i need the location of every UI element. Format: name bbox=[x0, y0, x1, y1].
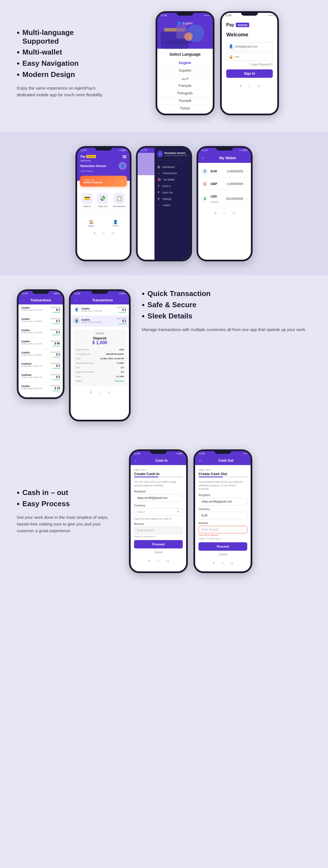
nav-home-item[interactable]: 🏠 Home bbox=[88, 220, 94, 227]
sign-in-button[interactable]: Sign In bbox=[226, 69, 273, 78]
tx-back-arrow[interactable]: ← bbox=[74, 298, 77, 302]
feature-item-cashinout: Cash in – out bbox=[17, 488, 118, 497]
dash-view-profile[interactable]: View Profile > bbox=[80, 170, 127, 173]
cashout-cancel-link[interactable]: Cancel bbox=[198, 553, 247, 556]
sidebar-item-settings[interactable]: ⚙ Settings bbox=[157, 195, 188, 202]
cashin-cancel-link[interactable]: Cancel bbox=[134, 551, 183, 554]
recipient-co-input[interactable]: shipu.techfit@gmail.com bbox=[198, 498, 247, 505]
sidebar-user-row: 👤 Remedios Horton contact.techfit@gmail.… bbox=[157, 151, 188, 160]
nav-menu-icon-4: ≡ bbox=[31, 396, 32, 397]
phone-notch-co bbox=[215, 451, 231, 454]
tx-item-4[interactable]: Cashin 20 Mar 2024, 10:06 AM Fee $ 0.00 … bbox=[19, 349, 63, 361]
tx-item-0[interactable]: Cashin 20 Mar 2024, 01:01 PM Fee $ 0.00 … bbox=[19, 305, 63, 316]
wallet-back-arrow[interactable]: ← bbox=[201, 156, 205, 160]
password-field[interactable]: 🔒 •••• bbox=[226, 53, 273, 61]
status-icons-lang: ▪ ▪ ▪ ▪ bbox=[204, 14, 210, 17]
status-icons-tx2: ▪ 50% bbox=[119, 292, 126, 295]
nav-profile-item[interactable]: 👤 Profile bbox=[112, 220, 118, 227]
cashin-sidebar-icon: ⬇ bbox=[157, 184, 160, 188]
cashin-fee-note: Fee(0+0) Total Fee: 0 bbox=[134, 535, 183, 538]
tx-item-1[interactable]: Cashin 20 Mar 2024, 12:30 PM Fee $ 0.00 … bbox=[19, 316, 63, 327]
hamburger-menu[interactable] bbox=[122, 155, 127, 158]
sidebar-settings-label: Settings bbox=[162, 197, 171, 200]
tx-item-6[interactable]: Cashout 20 Mar 2024, 09:52 PM Fee $ 0.00… bbox=[19, 372, 63, 383]
sidebar-item-transactions[interactable]: ↔ Transactions bbox=[157, 170, 188, 176]
sidebar-item-cashout[interactable]: ⬆ Cash Out bbox=[157, 189, 188, 195]
nav-circle-icon-3: ○ bbox=[102, 231, 104, 235]
email-field[interactable]: 👤 irish@gmail.com bbox=[226, 42, 273, 50]
nav-circle-icon-9: ○ bbox=[221, 561, 223, 565]
dash-menu: 💳 Cash In 💸 Cash Out 📋 Transactions bbox=[77, 189, 130, 211]
currency-ci-label: Currency bbox=[134, 504, 183, 507]
sidebar-item-logout[interactable]: → Logout bbox=[157, 202, 188, 208]
cashout-error-msg: This field is required. bbox=[198, 534, 247, 536]
balance-card-text: Check Your Wallets Balance bbox=[83, 179, 102, 184]
balance-card[interactable]: Check Your Wallets Balance → bbox=[80, 176, 127, 187]
feature-list-1: Multi-language Supported Multi-wallet Ea… bbox=[17, 28, 112, 79]
feature-text-cashinout: Cash in – out Easy Process Get your work… bbox=[17, 488, 118, 534]
pay-label: Pay bbox=[226, 22, 234, 27]
nav-menu-icon-5: ≡ bbox=[90, 390, 92, 394]
cashout-proceed-button[interactable]: Proceed bbox=[198, 542, 247, 551]
tx-item-detail-1[interactable]: 👤 Cashin 20 Mar 2024, 01:30 PM Fee $ 0.0… bbox=[71, 316, 129, 327]
tx-name-0: Cashin bbox=[21, 306, 51, 309]
tx-item-7[interactable]: Cashin 19 Mar 2024, 03:09 PM Fee $ 5.21 … bbox=[19, 383, 63, 394]
feature-text-language: Multi-language Supported Multi-wallet Ea… bbox=[17, 28, 112, 98]
password-value: •••• bbox=[235, 55, 239, 59]
profile-nav-label: Profile bbox=[112, 225, 118, 227]
currency-usd[interactable]: $ USD (default) 9622900000 › bbox=[198, 190, 251, 207]
tx-detail-label: Details bbox=[76, 332, 124, 335]
status-icons-wallet: ▪ ▪ 50% bbox=[239, 149, 248, 152]
feature-item-easyprocess: Easy Process bbox=[17, 499, 118, 508]
currency-co-value[interactable]: EUR bbox=[198, 512, 247, 519]
currency-eur[interactable]: € EUR 0.00000000 › bbox=[198, 165, 251, 178]
recipient-input[interactable]: shipu.techfit@gmail.com bbox=[134, 494, 183, 502]
lang-item-arabic[interactable]: عربي bbox=[157, 74, 213, 82]
tx-item-2[interactable]: Cashin 20 Mar 2024, 12:20 PM Fee $ 0.00 … bbox=[19, 327, 63, 338]
feature-desc-1: Enjoy the same experience on AgentPay's … bbox=[17, 85, 112, 98]
forgot-password-link[interactable]: Forgot Password? bbox=[226, 63, 273, 66]
currency-ci-select[interactable]: Select ▼ bbox=[134, 508, 183, 516]
globe-icon: 🌐 bbox=[177, 21, 182, 25]
phones-row-cashinout: 12:00 ▪ 49% ← Cash In Step 1 of 2 Create… bbox=[129, 450, 252, 573]
dash-menu-transactions[interactable]: 📋 Transactions bbox=[113, 193, 126, 208]
cashin-step: Step 1 of 2 bbox=[134, 468, 183, 471]
cashout-form-title: Create Cash Out bbox=[198, 472, 247, 476]
dash-menu-cashout[interactable]: 💸 Cash Out bbox=[97, 193, 108, 208]
deposited-to-value: USD bbox=[119, 348, 124, 351]
tx-avatar-1: 👤 bbox=[74, 318, 80, 324]
amount-ci-input[interactable]: Enter Amount bbox=[134, 527, 183, 534]
lang-item-espanol[interactable]: Español bbox=[157, 67, 213, 74]
sidebar-item-cashin[interactable]: ⬇ Cash In bbox=[157, 183, 188, 189]
cashin-proceed-button[interactable]: Proceed bbox=[134, 540, 183, 549]
lang-item-portugues[interactable]: Português bbox=[157, 90, 213, 97]
sidebar-item-wallet[interactable]: 👛 My Wallet bbox=[157, 176, 188, 183]
nav-menu-icon-3: ≡ bbox=[215, 211, 216, 215]
nav-back-icon-7: ◁ bbox=[107, 390, 110, 394]
cashout-progress-fill bbox=[198, 476, 223, 477]
phone-notch-login bbox=[241, 13, 258, 16]
lang-item-francais[interactable]: Français bbox=[157, 82, 213, 90]
dash-menu-cashin[interactable]: 💳 Cash In bbox=[82, 193, 93, 208]
phones-row-transactions: 11:57 ▪ 50% Transactions Cashin 20 Mar 2… bbox=[17, 289, 131, 422]
phone-bottom-wallet: ≡ ○ ◁ bbox=[198, 210, 251, 217]
lang-item-chinese[interactable]: 中文(简体) bbox=[157, 112, 213, 114]
tx-item-3[interactable]: Cashin 20 Mar 2024, 10:12 AM Fee $ 0.00 … bbox=[19, 338, 63, 349]
tx-detail-item-left: 👤 Cashin 02 Mar 2024, 12:00 PM bbox=[74, 306, 102, 313]
currency-gbp[interactable]: £ GBP 0.00000000 › bbox=[198, 178, 251, 190]
lang-item-english[interactable]: English bbox=[157, 59, 213, 67]
tx-item-detail-0[interactable]: 👤 Cashin 02 Mar 2024, 12:00 PM Fee $ 0.0… bbox=[71, 305, 129, 316]
cashin-description: You can cash in for your wallets using p… bbox=[134, 480, 183, 487]
balance-arrow-icon: → bbox=[120, 179, 124, 184]
logout-icon: → bbox=[157, 204, 160, 207]
lang-item-turkish[interactable]: Türkçe bbox=[157, 105, 213, 112]
status-time-wallet: 11:57 bbox=[201, 149, 208, 152]
cashin-back-arrow[interactable]: ← bbox=[134, 458, 138, 463]
phone-tx-list: 11:57 ▪ 50% Transactions Cashin 20 Mar 2… bbox=[17, 289, 64, 399]
cashout-back-arrow[interactable]: ← bbox=[198, 458, 202, 463]
sidebar-item-dashboard[interactable]: ▦ Dashboard bbox=[157, 164, 188, 170]
tx-item-5[interactable]: Cashout 20 Mar 2024, 09:56 PM Fee $ 0.00… bbox=[19, 361, 63, 372]
lang-item-russian[interactable]: Русский bbox=[157, 97, 213, 105]
amount-co-input[interactable]: Enter Amount bbox=[198, 526, 247, 533]
tx-row-time: Time 19 Mar 2024, 03:48 PM bbox=[76, 356, 124, 361]
